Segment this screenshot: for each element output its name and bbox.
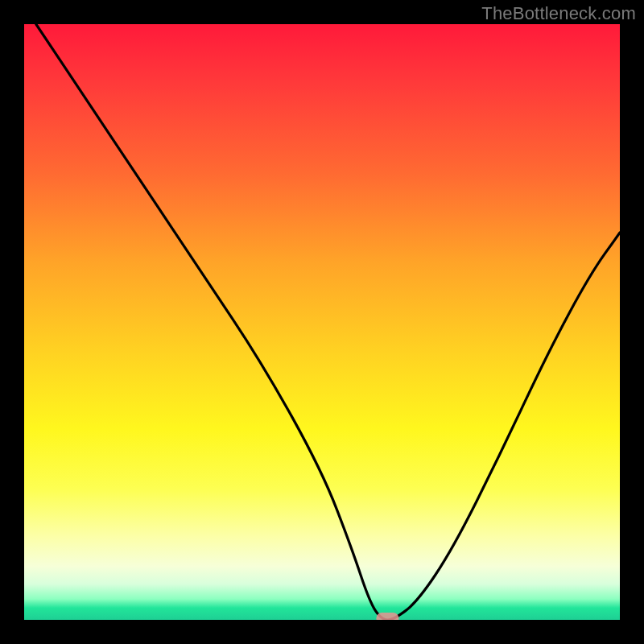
chart-frame: TheBottleneck.com <box>0 0 644 644</box>
curve-svg <box>24 24 620 620</box>
bottleneck-curve <box>36 24 620 620</box>
watermark-text: TheBottleneck.com <box>481 3 636 24</box>
plot-area <box>24 24 620 620</box>
min-marker <box>376 613 398 620</box>
